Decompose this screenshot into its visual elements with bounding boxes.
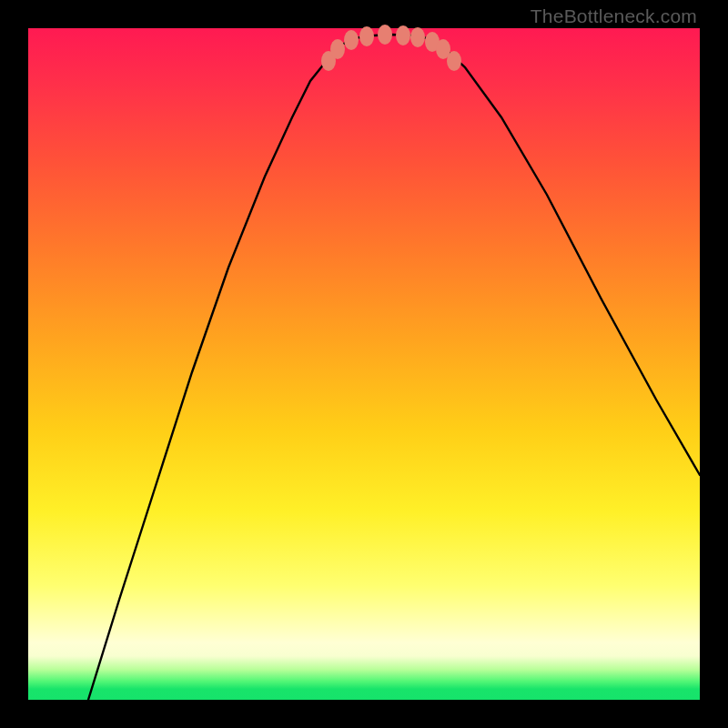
- watermark-text: TheBottleneck.com: [531, 5, 697, 27]
- bottleneck-curve: [88, 35, 700, 700]
- marker-point: [359, 26, 374, 46]
- marker-point: [396, 25, 410, 46]
- highlight-markers: [321, 25, 461, 71]
- marker-point: [410, 27, 425, 47]
- curve-layer: [28, 28, 700, 700]
- plot-area: [28, 28, 700, 700]
- marker-point: [378, 25, 392, 45]
- chart-frame: TheBottleneck.com: [0, 0, 728, 728]
- marker-point: [344, 30, 359, 50]
- marker-point: [447, 51, 461, 71]
- marker-point: [330, 39, 345, 59]
